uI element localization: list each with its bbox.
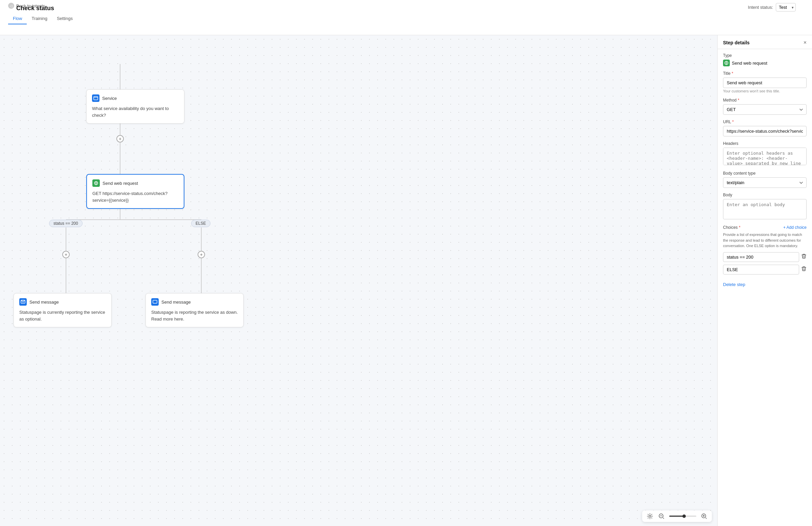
add-step-btn-left[interactable]: +	[62, 251, 70, 258]
service-node[interactable]: Service What service availability do you…	[86, 89, 184, 124]
body-content-type-group: Body content type text/plain application…	[723, 171, 807, 188]
title-field-label: Title *	[723, 71, 807, 76]
web-request-node-body: GET https://service-status.com/check?ser…	[92, 190, 178, 203]
intent-status-section: Intent status: Test Live Draft	[748, 3, 796, 12]
choices-field-group: Choices * + Add choice Provide a list of…	[723, 225, 807, 274]
choices-hint: Provide a list of expressions that going…	[723, 232, 807, 249]
svg-point-17	[649, 515, 651, 517]
type-badge: Send web request	[723, 60, 807, 66]
title-required-marker: *	[732, 71, 734, 76]
title-input[interactable]	[723, 77, 807, 88]
add-step-btn-right[interactable]: +	[198, 251, 205, 258]
send-message-node-1[interactable]: Send message Statuspage is currently rep…	[14, 293, 112, 327]
service-node-title: Service	[102, 96, 117, 101]
choice-row-1	[723, 252, 807, 262]
intent-status-select[interactable]: Test Live Draft	[776, 3, 796, 12]
headers-textarea[interactable]	[723, 147, 807, 165]
type-value: Send web request	[732, 61, 767, 66]
send-message-node-2[interactable]: Send message Statuspage is reporting the…	[145, 293, 244, 327]
right-panel: Step details × Type Send web request Tit…	[717, 35, 812, 526]
svg-rect-16	[153, 300, 157, 303]
title-hint: Your customers won't see this title.	[723, 89, 807, 93]
web-request-node[interactable]: Send web request GET https://service-sta…	[86, 174, 184, 209]
headers-field-label: Headers	[723, 141, 807, 146]
type-icon	[723, 60, 730, 66]
type-field: Type Send web request	[723, 53, 807, 66]
send-message-2-icon	[151, 298, 159, 305]
bottom-toolbar	[642, 510, 712, 522]
service-icon	[92, 95, 100, 102]
url-input[interactable]	[723, 126, 807, 137]
web-request-node-header: Send web request	[92, 180, 178, 187]
choice-input-2[interactable]	[723, 265, 799, 274]
method-select[interactable]: GET POST PUT PATCH DELETE	[723, 104, 807, 115]
choice-row-2	[723, 265, 807, 274]
svg-line-20	[663, 518, 664, 518]
add-choice-button[interactable]: + Add choice	[783, 225, 807, 230]
intent-status-label: Intent status:	[748, 5, 773, 10]
add-step-btn-1[interactable]: +	[116, 135, 124, 142]
panel-header: Step details ×	[717, 35, 812, 49]
send-message-1-header: Send message	[19, 298, 106, 305]
send-message-2-header: Send message	[151, 298, 238, 305]
back-label: Back to intents	[16, 3, 45, 9]
tab-settings[interactable]: Settings	[52, 13, 77, 24]
type-label: Type	[723, 53, 807, 58]
back-icon: ◁	[8, 3, 14, 9]
body-field-group: Body	[723, 193, 807, 221]
headers-field-group: Headers	[723, 141, 807, 166]
tab-flow[interactable]: Flow	[8, 13, 27, 24]
service-node-header: Service	[92, 95, 179, 102]
method-field-group: Method * GET POST PUT PATCH DELETE	[723, 98, 807, 115]
tabs-container: Flow Training Settings	[8, 13, 804, 24]
flow-canvas: Service What service availability do you…	[0, 35, 717, 526]
send-message-1-icon	[19, 298, 27, 305]
send-message-1-title: Send message	[29, 300, 59, 304]
delete-choice-1-button[interactable]	[801, 254, 807, 260]
service-node-body: What service availability do you want to…	[92, 105, 179, 118]
body-textarea[interactable]	[723, 199, 807, 219]
settings-icon[interactable]	[646, 512, 654, 520]
url-field-group: URL *	[723, 119, 807, 137]
url-field-label: URL *	[723, 119, 807, 124]
branch-status-200[interactable]: status == 200	[49, 220, 83, 227]
branch-else[interactable]: ELSE	[191, 220, 211, 227]
delete-step-button[interactable]: Delete step	[723, 282, 745, 287]
web-request-node-title: Send web request	[102, 181, 138, 186]
body-content-type-select[interactable]: text/plain application/json application/…	[723, 177, 807, 188]
svg-line-24	[706, 518, 707, 518]
title-field-group: Title * Your customers won't see this ti…	[723, 71, 807, 93]
back-to-intents-link[interactable]: ◁ Back to intents	[8, 3, 45, 9]
zoom-in-icon[interactable]	[700, 512, 708, 520]
body-field-label: Body	[723, 193, 807, 197]
panel-title: Step details	[723, 40, 750, 45]
body-content-type-label: Body content type	[723, 171, 807, 176]
delete-choice-2-button[interactable]	[801, 266, 807, 273]
zoom-out-icon[interactable]	[658, 512, 665, 520]
zoom-slider[interactable]	[669, 515, 696, 517]
svg-rect-11	[94, 97, 98, 100]
send-message-1-body: Statuspage is currently reporting the se…	[19, 309, 106, 322]
close-panel-button[interactable]: ×	[803, 40, 807, 45]
choice-input-1[interactable]	[723, 252, 799, 262]
method-field-label: Method *	[723, 98, 807, 102]
choices-header: Choices * + Add choice	[723, 225, 807, 230]
choices-label: Choices *	[723, 225, 740, 230]
tab-training[interactable]: Training	[27, 13, 52, 24]
send-message-2-body: Statuspage is reporting the service as d…	[151, 309, 238, 322]
web-request-icon	[92, 180, 100, 187]
send-message-2-title: Send message	[161, 300, 191, 304]
